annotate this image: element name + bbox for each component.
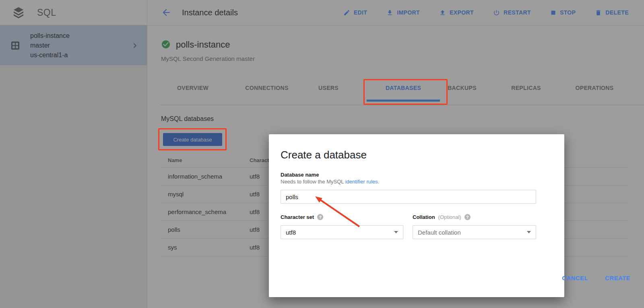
dropdown-caret-icon xyxy=(527,231,531,233)
dropdown-caret-icon xyxy=(394,231,398,233)
hint-text: Needs to follow the MySQL xyxy=(281,179,345,185)
collation-label-row: Collation (Optional) ? xyxy=(413,214,471,220)
collation-label: Collation xyxy=(413,214,435,220)
annotation-arrow xyxy=(310,192,364,231)
database-name-hint: Needs to follow the MySQL identifier rul… xyxy=(281,179,379,185)
dialog-title: Create a database xyxy=(281,149,367,161)
collation-value: Default collation xyxy=(418,229,461,236)
charset-label: Character set xyxy=(281,214,314,220)
cancel-button[interactable]: CANCEL xyxy=(560,274,590,282)
identifier-rules-link[interactable]: identifier rules xyxy=(345,179,378,185)
hint-period: . xyxy=(378,179,380,185)
annotation-box-databases-tab xyxy=(363,79,448,105)
charset-value: utf8 xyxy=(286,229,296,236)
collation-optional-label: (Optional) xyxy=(438,214,461,220)
collation-help-icon[interactable]: ? xyxy=(464,214,471,220)
cloud-sql-console: SQL Instance details EDIT xyxy=(0,0,644,308)
create-button[interactable]: CREATE xyxy=(603,274,632,282)
collation-select[interactable]: Default collation xyxy=(413,225,536,239)
annotation-box-create-database xyxy=(158,128,227,150)
dialog-actions: CANCEL CREATE xyxy=(560,274,632,282)
database-name-label: Database name xyxy=(281,172,319,178)
